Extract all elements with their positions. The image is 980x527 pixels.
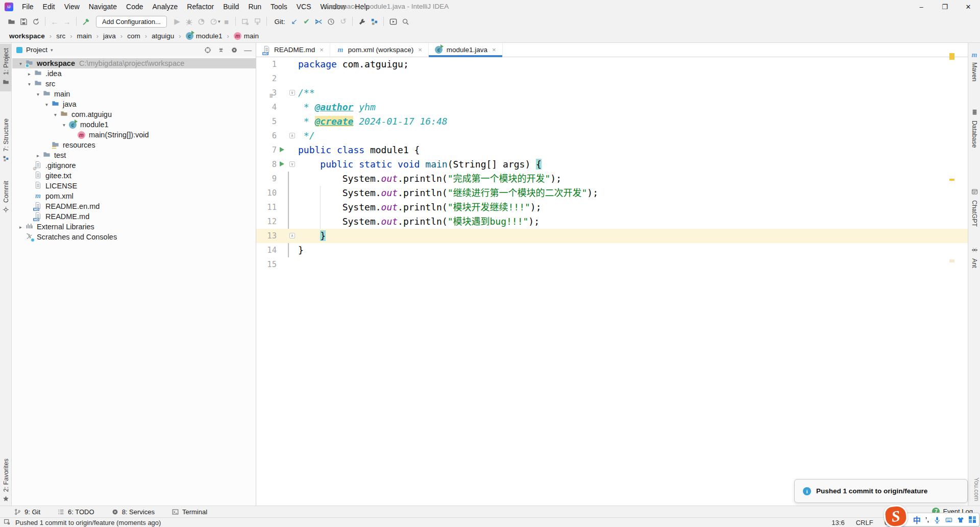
line-number[interactable]: 12 [256,214,277,229]
breadcrumb-com[interactable]: com [127,32,140,40]
settings-gear-icon[interactable] [231,46,238,54]
menu-code[interactable]: Code [121,0,148,13]
tree-row-gitee.txt[interactable]: gitee.txt [12,171,256,181]
close-icon[interactable]: × [492,46,496,54]
code-line-13[interactable]: 13∧ } [256,229,968,243]
search-everywhere-icon[interactable] [399,15,411,28]
toolwindow-button-terminal[interactable]: Terminal [172,508,207,516]
caret-position[interactable]: 13:6 [831,519,844,526]
rollback-icon[interactable]: ↺ [337,15,349,28]
build-hammer-icon[interactable] [80,15,92,28]
stripe-warning-mark[interactable] [949,53,954,60]
line-number[interactable]: 13 [256,229,277,243]
tree-row-.idea[interactable]: ▸.idea [12,68,256,79]
code-line-12[interactable]: 12 System.out.println("模块遇到bug!!!"); [256,214,968,229]
code-line-5[interactable]: 5 * @create 2024-01-17 16:48 [256,114,968,129]
menu-view[interactable]: View [60,0,84,13]
chevron-down-icon[interactable]: ▾ [51,47,53,53]
tree-row-com.atguigu[interactable]: ▾com.atguigu [12,109,256,119]
editor-tab-pom.xml--workspace-[interactable]: mpom.xml (workspace)× [330,43,429,57]
fold-close-icon[interactable]: ∧ [289,233,295,238]
menu-vcs[interactable]: VCS [292,0,316,13]
save-all-icon[interactable] [17,15,30,28]
line-number[interactable]: 15 [256,257,277,272]
toolwindow-button-ant[interactable]: Ant [968,243,980,271]
run-gutter-icon[interactable] [280,161,284,166]
fold-open-icon[interactable]: ∨ [289,90,295,95]
breadcrumb-main[interactable]: main [77,32,91,40]
open-project-icon[interactable] [5,15,17,28]
stripe-warning-line[interactable] [949,179,954,181]
coverage-icon[interactable] [195,15,208,28]
toolwindow-button-structure[interactable]: 7: Structure [0,114,12,168]
breadcrumb-java[interactable]: java [103,32,116,40]
stop-icon[interactable]: ■ [220,15,232,28]
menu-analyze[interactable]: Analyze [148,0,183,13]
line-number[interactable]: 7 [256,143,277,157]
breadcrumb-src[interactable]: src [56,32,65,40]
status-message[interactable]: Pushed 1 commit to origin/feature (momen… [15,519,161,526]
chevron-down-icon[interactable]: ▾ [25,81,34,87]
line-number[interactable]: 14 [256,243,277,257]
breadcrumb-module1[interactable]: cmodule1 [186,32,223,40]
toolwindow-button-chatgpt[interactable]: ChatGPT [968,185,980,230]
chevron-down-icon[interactable]: ▾ [34,91,42,97]
code-line-1[interactable]: 1package com.atguigu; [256,57,968,71]
chevron-down-icon[interactable]: ▾ [51,112,60,117]
debug-icon[interactable] [183,15,195,28]
line-number[interactable]: 8 [256,157,277,172]
attach-debugger-icon[interactable] [239,15,251,28]
soft-keyboard-icon[interactable] [945,516,952,523]
code-line-8[interactable]: 8∨ public static void main(String[] args… [256,157,968,172]
code-line-15[interactable]: 15 [256,257,968,272]
tree-row-test[interactable]: ▸test [12,150,256,160]
line-number[interactable]: 3 [256,86,277,100]
toolwindow-toggle-icon[interactable] [4,518,10,526]
code-line-7[interactable]: 7public class module1 { [256,143,968,157]
tree-row-scratches-and-consoles[interactable]: Scratches and Consoles [12,232,256,242]
run-icon[interactable]: ▶ [171,15,183,28]
menu-run[interactable]: Run [243,0,266,13]
tree-row-workspace[interactable]: ▾workspaceC:\mybigdata\project\workspace [12,58,256,68]
tree-row-license[interactable]: LICENSE [12,181,256,191]
run-gutter-icon[interactable] [280,147,284,152]
git-commit-icon[interactable]: ✔ [300,15,312,28]
line-number[interactable]: 11 [256,200,277,214]
toolwindow-button-services[interactable]: 8: Services [112,508,155,516]
chevron-right-icon[interactable]: ▸ [25,71,34,77]
history-icon[interactable] [325,15,337,28]
chevron-down-icon[interactable]: ▾ [60,122,68,128]
line-number[interactable]: 6 [256,129,277,143]
collapse-all-icon[interactable] [217,46,225,54]
toolwindow-button-todo[interactable]: 6: TODO [58,508,94,516]
tree-row-main-string----void[interactable]: mmain(String[]):void [12,130,256,140]
fold-open-icon[interactable]: ∨ [289,161,295,167]
locate-icon[interactable] [204,46,211,54]
project-view-title[interactable]: Project [26,46,47,54]
chevron-right-icon[interactable]: ▸ [16,224,25,230]
line-number[interactable]: 5 [256,114,277,129]
tree-row-module1[interactable]: ▾cmodule1 [12,119,256,130]
breadcrumb-atguigu[interactable]: atguigu [152,32,174,40]
breadcrumb-workspace[interactable]: workspace [9,32,45,40]
tree-row-readme.md[interactable]: MDREADME.md [12,211,256,222]
menu-file[interactable]: File [17,0,38,13]
skin-icon[interactable] [957,516,964,523]
fold-close-icon[interactable]: ∧ [289,133,295,138]
chevron-down-icon[interactable]: ▾ [16,61,25,66]
code-line-6[interactable]: 6∧ */ [256,129,968,143]
code-line-3[interactable]: 3≣∨/** [256,86,968,100]
line-number[interactable]: 10 [256,186,277,200]
minimize-button[interactable]: – [910,0,933,13]
tree-row-resources[interactable]: resources [12,140,256,150]
notification-balloon[interactable]: i Pushed 1 commit to origin/feature [794,479,968,503]
menu-navigate[interactable]: Navigate [84,0,121,13]
line-number[interactable]: 1 [256,57,277,71]
code-editor[interactable]: 1package com.atguigu;23≣∨/**4 * @author … [256,57,968,506]
close-icon[interactable]: × [418,46,422,54]
run-configuration-combo[interactable]: Add Configuration... [96,16,167,28]
project-structure-icon[interactable] [368,15,380,28]
toolwindow-button-favorites[interactable]: 2: Favorites [0,454,12,508]
microphone-icon[interactable] [934,516,941,523]
tree-row-.gitignore[interactable]: ⊘.gitignore [12,160,256,171]
